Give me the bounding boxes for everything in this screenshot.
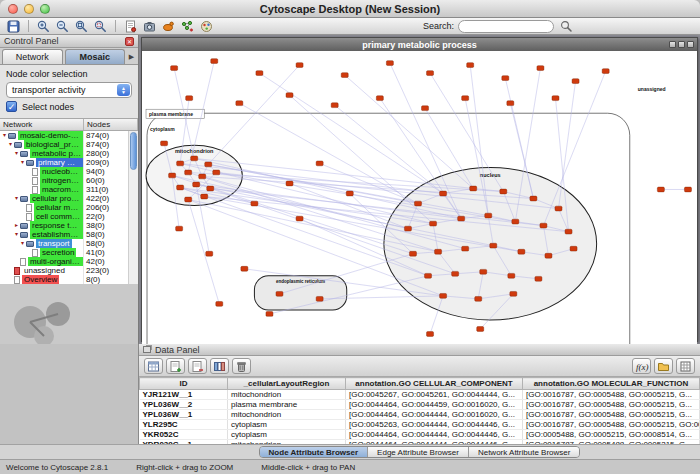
tab-scroll-right-icon[interactable]: ▶ [126,49,137,64]
network-node[interactable] [475,296,482,301]
network-node[interactable] [341,73,348,78]
network-node[interactable] [440,191,447,196]
network-node[interactable] [414,201,421,206]
network-node[interactable] [555,206,562,211]
tree-item[interactable]: ▸response to stimulus38(0) [0,221,128,230]
tree-item[interactable]: Overview8(0) [0,275,128,284]
attribute-import-button[interactable] [210,358,229,374]
table-cell[interactable]: YPL036W__2 [140,400,228,410]
network-node[interactable] [177,161,184,166]
network-node[interactable] [199,174,206,179]
attribute-new-button[interactable] [166,358,185,374]
network-node[interactable] [502,76,509,81]
network-node[interactable] [430,221,437,226]
tree-item[interactable]: multi-organism process42(0) [0,257,128,266]
tree-item[interactable]: ▾mosaic-demo-yeast874(0) [0,131,128,140]
network-node[interactable] [191,156,198,161]
matrix-button[interactable] [676,358,695,374]
expander-icon[interactable]: ▾ [13,149,20,158]
tree-item[interactable]: nitrogen compound metabolic process60(0) [0,176,128,185]
table-cell[interactable]: [GO:0044464, GO:0044444, GO:0016020, G..… [346,410,523,420]
network-node[interactable] [201,194,208,199]
column-header[interactable]: _cellularLayoutRegion [228,378,346,390]
snapshot-button[interactable] [141,19,158,34]
network-node[interactable] [422,106,429,111]
network-node[interactable] [216,301,223,306]
attribute-select-button[interactable] [144,358,163,374]
save-button[interactable] [5,19,22,34]
network-edge[interactable] [208,65,299,164]
attribute-delete-button[interactable] [188,358,207,374]
network-window-titlebar[interactable]: primary metabolic process [142,38,697,51]
network-node[interactable] [241,266,248,271]
table-cell[interactable]: cytoplasm [228,430,346,440]
network-node[interactable] [540,223,547,228]
tree-item[interactable]: cellular metabolic process206(0) [0,203,128,212]
tree-item[interactable]: secretion41(0) [0,248,128,257]
close-window-button[interactable] [8,4,18,14]
vizmapper-button[interactable] [198,19,215,34]
table-row[interactable]: YPL036W__2plasma membrane[GO:0044464, GO… [140,400,700,410]
network-node[interactable] [404,226,411,231]
network-node[interactable] [316,161,323,166]
table-cell[interactable]: mitochondrion [228,390,346,400]
network-node[interactable] [251,201,258,206]
network-node[interactable] [518,249,525,254]
frame-maximize-icon[interactable] [678,41,685,48]
expander-icon[interactable]: ▾ [13,230,20,239]
tree-item[interactable]: ▾biological_process874(0) [0,140,128,149]
network-node[interactable] [510,291,517,296]
tab-mosaic[interactable]: Mosaic [65,49,126,64]
scrollbar-thumb[interactable] [130,132,137,170]
table-row[interactable]: YLR295Ccytoplasm[GO:0045263, GO:0044444,… [140,420,700,430]
network-node[interactable] [205,162,212,167]
zoom-out-button[interactable] [54,19,71,34]
network-node[interactable] [376,96,383,101]
frame-close-icon[interactable] [687,41,694,48]
close-icon[interactable]: ✕ [125,37,134,46]
network-node[interactable] [386,61,393,66]
cygoose-button[interactable] [160,19,177,34]
network-node[interactable] [440,293,447,298]
network-node[interactable] [535,276,542,281]
expander-icon[interactable]: ▾ [13,194,20,203]
expander-icon[interactable]: ▾ [1,131,8,140]
network-node[interactable] [286,93,293,98]
table-cell[interactable]: [GO:0016787, GO:0005488, GO:0005215, G..… [523,410,700,420]
column-header-network[interactable]: Network [0,119,84,130]
table-cell[interactable]: [GO:0045267, GO:0045261, GO:0044444, G..… [346,390,523,400]
network-node[interactable] [427,71,434,76]
network-node[interactable] [470,186,477,191]
column-header[interactable]: annotation.GO MOLECULAR_FUNCTION [523,378,700,390]
node-color-select[interactable]: transporter activity ▲▼ [6,82,132,98]
network-node[interactable] [185,197,192,202]
network-node[interactable] [545,253,552,258]
network-node[interactable] [572,79,579,84]
table-cell[interactable]: [GO:0044464, GO:0044444, GO:0044446, G..… [346,430,523,440]
table-cell[interactable]: [GO:0045263, GO:0044444, GO:0044446, G..… [346,420,523,430]
tree-item[interactable]: ▾transport58(0) [0,239,128,248]
network-node[interactable] [176,226,183,231]
table-row[interactable]: YKR052Ccytoplasm[GO:0044464, GO:0044444,… [140,430,700,440]
tab-network-attribute-browser[interactable]: Network Attribute Browser [469,447,579,457]
network-node[interactable] [427,332,434,337]
zoom-window-button[interactable] [40,4,50,14]
network-node[interactable] [452,271,459,276]
network-node[interactable] [171,66,178,71]
tab-node-attribute-browser[interactable]: Node Attribute Browser [260,447,369,457]
network-node[interactable] [530,196,537,201]
network-node[interactable] [565,229,572,234]
table-cell[interactable]: YPL036W__1 [140,410,228,420]
table-cell[interactable]: plasma membrane [228,400,346,410]
select-nodes-checkbox[interactable]: ✓ [6,101,17,112]
table-cell[interactable]: [GO:0016787, GO:0005488, GO:0005215, G..… [523,400,700,410]
column-header[interactable]: annotation.GO CELLULAR_COMPONENT [346,378,523,390]
network-node[interactable] [570,246,577,251]
tree-item[interactable]: ▾establishment of localization58(0) [0,230,128,239]
table-cell[interactable]: [GO:0016787, GO:0005488, GO:0005215, G..… [523,390,700,400]
table-cell[interactable]: mitochondrion [228,410,346,420]
import-table-button[interactable] [654,358,673,374]
network-node[interactable] [266,312,273,317]
title-bar[interactable]: Cytoscape Desktop (New Session) [0,0,700,18]
tree-item[interactable]: ▾cellular process422(0) [0,194,128,203]
